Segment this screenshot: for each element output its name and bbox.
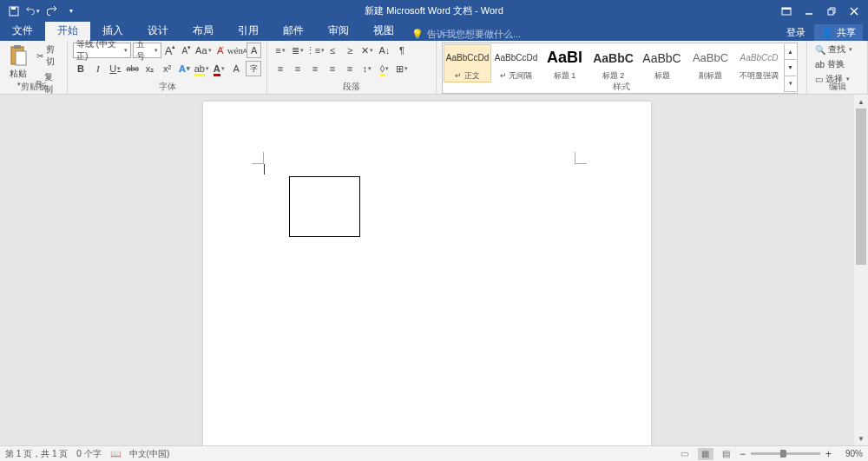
style-scroll-up[interactable]: ▲	[785, 44, 796, 60]
scroll-up-button[interactable]: ▲	[854, 95, 868, 109]
bullets-button[interactable]: ≡▾	[273, 43, 288, 58]
shading-button[interactable]: ◊▾	[377, 61, 392, 76]
distributed-button[interactable]: ≡	[342, 61, 358, 76]
document-page[interactable]	[203, 102, 651, 445]
replace-icon: ab	[815, 60, 825, 69]
numbering-button[interactable]: ≣▾	[290, 43, 306, 58]
zoom-slider[interactable]	[751, 452, 820, 455]
ribbon-group-font: 等线 (中文正)▾ 五号▾ A▴ A▾ Aa▾ A̸ wénA A B I U▾…	[68, 41, 267, 94]
sort-button[interactable]: A↓	[377, 43, 392, 58]
phonetic-guide-button[interactable]: wénA	[229, 43, 245, 58]
vertical-scrollbar[interactable]: ▲ ▼	[854, 95, 868, 445]
multilevel-list-button[interactable]: ⋮≡▾	[307, 43, 323, 58]
document-area[interactable]	[0, 95, 854, 445]
grow-font-button[interactable]: A▴	[163, 43, 178, 58]
asian-layout-button[interactable]: ✕▾	[359, 43, 375, 58]
text-effects-button[interactable]: A▾	[176, 61, 192, 76]
svg-rect-5	[828, 10, 833, 15]
borders-button[interactable]: ⊞▾	[394, 61, 410, 76]
read-mode-button[interactable]: ▭	[677, 448, 693, 460]
group-label-editing: 编辑	[807, 81, 867, 93]
font-color-button[interactable]: A▾	[211, 61, 227, 76]
window-controls	[776, 3, 868, 20]
underline-button[interactable]: U▾	[108, 61, 123, 76]
font-name-combo[interactable]: 等线 (中文正)▾	[73, 43, 131, 58]
character-border-button[interactable]: A	[247, 43, 261, 58]
bold-button[interactable]: B	[73, 61, 89, 76]
find-button[interactable]: 🔍查找▾	[812, 43, 855, 56]
style-item-4[interactable]: AaBbC标题	[638, 44, 686, 82]
align-left-button[interactable]: ≡	[273, 61, 288, 76]
increase-indent-button[interactable]: ≥	[342, 43, 358, 58]
zoom-in-button[interactable]: +	[825, 448, 832, 460]
tab-file[interactable]: 文件	[0, 21, 45, 41]
print-layout-button[interactable]: ▦	[698, 448, 713, 460]
tab-view[interactable]: 视图	[361, 21, 406, 41]
title-bar: ▾ ▾ 新建 Microsoft Word 文档 - Word	[0, 0, 868, 22]
zoom-out-button[interactable]: −	[740, 448, 746, 460]
page-status[interactable]: 第 1 页，共 1 页	[5, 448, 68, 460]
shrink-font-button[interactable]: A▾	[179, 43, 194, 58]
scroll-down-button[interactable]: ▼	[854, 431, 868, 445]
line-spacing-button[interactable]: ↕▾	[359, 61, 375, 76]
web-layout-button[interactable]: ▤	[719, 448, 734, 460]
zoom-level[interactable]: 90%	[837, 449, 863, 458]
tell-me-search[interactable]: 💡告诉我您想要做什么...	[406, 28, 521, 41]
minimize-icon[interactable]	[799, 3, 819, 20]
word-count[interactable]: 0 个字	[76, 448, 101, 460]
subscript-button[interactable]: x₂	[142, 61, 158, 76]
cursor-mark	[264, 164, 265, 175]
strikethrough-button[interactable]: abc	[125, 61, 141, 76]
tab-review[interactable]: 审阅	[316, 21, 361, 41]
restore-icon[interactable]	[821, 3, 842, 20]
language-status[interactable]: 中文(中国)	[129, 448, 170, 460]
menu-bar: 文件 开始 插入 设计 布局 引用 邮件 审阅 视图 💡告诉我您想要做什么...…	[0, 22, 868, 41]
zoom-knob[interactable]	[780, 450, 786, 458]
window-title: 新建 Microsoft Word 文档 - Word	[365, 4, 503, 17]
decrease-indent-button[interactable]: ≤	[325, 43, 340, 58]
ribbon-options-icon[interactable]	[776, 3, 797, 20]
svg-rect-9	[14, 45, 21, 49]
replace-button[interactable]: ab替换	[812, 57, 855, 71]
italic-button[interactable]: I	[90, 61, 106, 76]
align-center-button[interactable]: ≡	[290, 61, 306, 76]
show-marks-button[interactable]: ¶	[394, 43, 410, 58]
style-item-3[interactable]: AaBbC标题 2	[589, 44, 637, 82]
ribbon-group-styles: AaBbCcDd↵ 正文AaBbCcDd↵ 无间隔AaBl标题 1AaBbC标题…	[437, 41, 807, 94]
proofing-icon[interactable]: 📖	[110, 449, 121, 458]
style-item-5[interactable]: AaBbC副标题	[687, 44, 734, 82]
lightbulb-icon: 💡	[411, 29, 424, 40]
style-item-0[interactable]: AaBbCcDd↵ 正文	[444, 44, 491, 82]
login-button[interactable]: 登录	[779, 24, 812, 41]
change-case-button[interactable]: Aa▾	[195, 43, 211, 58]
redo-icon[interactable]	[45, 4, 59, 18]
cut-button[interactable]: ✂剪切	[35, 43, 62, 69]
scroll-thumb[interactable]	[856, 109, 866, 265]
share-button[interactable]: 👤共享	[814, 24, 863, 41]
style-scroll-down[interactable]: ▼	[785, 60, 796, 76]
style-item-6[interactable]: AaBbCcD不明显强调	[735, 44, 783, 82]
group-label-styles: 样式	[437, 81, 806, 93]
undo-icon[interactable]: ▾	[26, 4, 40, 18]
tab-references[interactable]: 引用	[226, 21, 271, 41]
justify-button[interactable]: ≡	[325, 61, 340, 76]
qat-customize-icon[interactable]: ▾	[64, 4, 78, 18]
svg-rect-10	[16, 51, 26, 65]
highlight-color-button[interactable]: ab▾	[194, 61, 209, 76]
font-size-combo[interactable]: 五号▾	[133, 43, 161, 58]
tab-mailings[interactable]: 邮件	[271, 21, 316, 41]
ribbon-group-clipboard: 粘贴 ▾ ✂剪切 ⎘复制 🖌格式刷 剪贴板	[0, 41, 68, 94]
tab-layout[interactable]: 布局	[181, 21, 226, 41]
rectangle-shape[interactable]	[289, 176, 360, 237]
align-right-button[interactable]: ≡	[307, 61, 323, 76]
style-item-2[interactable]: AaBl标题 1	[541, 44, 589, 82]
clear-formatting-button[interactable]: A̸	[213, 43, 227, 58]
group-label-font: 字体	[68, 81, 266, 93]
enclose-characters-button[interactable]: 字	[246, 61, 261, 76]
search-icon: 🔍	[815, 45, 825, 55]
close-icon[interactable]	[844, 3, 865, 20]
character-shading-button[interactable]: A	[228, 61, 244, 76]
superscript-button[interactable]: x²	[160, 61, 175, 76]
save-icon[interactable]	[7, 4, 21, 18]
style-item-1[interactable]: AaBbCcDd↵ 无间隔	[492, 44, 540, 82]
